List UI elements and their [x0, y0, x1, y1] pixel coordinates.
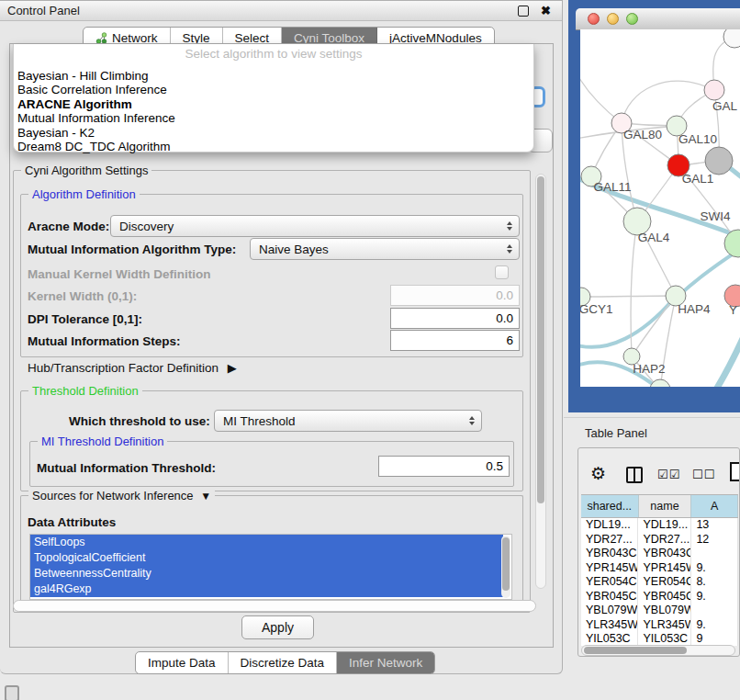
- collapsed-arrow-icon: ▶: [228, 361, 237, 375]
- attribute-item-betweennesscentrality[interactable]: BetweennessCentrality: [30, 566, 503, 581]
- algorithm-option-mutual-information-inference[interactable]: Mutual Information Inference: [17, 111, 530, 125]
- attribute-item-topologicalcoefficient[interactable]: TopologicalCoefficient: [30, 550, 503, 566]
- deselect-all-checkboxes-icon[interactable]: ☐☐: [692, 468, 715, 481]
- algorithm-option-aracne-algorithm[interactable]: ARACNE Algorithm: [17, 97, 530, 111]
- algorithm-option-basic-correlation-inference[interactable]: Basic Correlation Inference: [17, 83, 530, 96]
- mi-threshold-label: Mutual Information Threshold:: [37, 461, 216, 475]
- table-cell: 9.: [691, 590, 738, 604]
- node-label-gal10: GAL10: [678, 132, 717, 146]
- kernel-width-field[interactable]: 0.0: [390, 285, 520, 306]
- mi-type-label: Mutual Information Algorithm Type:: [28, 243, 236, 256]
- mi-type-combobox[interactable]: Naive Bayes: [250, 238, 520, 260]
- table-cell: YBR043C: [581, 547, 638, 561]
- table-cell: YDR27...: [581, 533, 638, 548]
- control-panel-titlebar[interactable]: Control Panel ✖: [0, 1, 562, 21]
- table-cell: YLR345W: [638, 618, 691, 633]
- bottom-tab-infer-network[interactable]: Infer Network: [337, 652, 434, 673]
- table-row[interactable]: YDR27...YDR27...12: [581, 533, 738, 548]
- column-header-a[interactable]: A: [691, 495, 738, 517]
- mi-threshold-field[interactable]: 0.5: [378, 456, 510, 477]
- table-cell: YPR145W: [581, 561, 638, 576]
- attribute-item-selfloops[interactable]: SelfLoops: [30, 535, 503, 550]
- node-label-swi4: SWI4: [700, 209, 730, 223]
- select-all-checkboxes-icon[interactable]: ☑☑: [657, 468, 680, 481]
- attributes-scroll-thumb[interactable]: [502, 537, 510, 591]
- close-icon[interactable]: ✖: [541, 3, 551, 18]
- column-header-name[interactable]: name: [639, 495, 692, 517]
- table-cell: YBL079W: [638, 604, 691, 618]
- table-cell: 9.: [691, 561, 738, 576]
- column-header-shared[interactable]: shared...: [581, 495, 639, 517]
- table-horizontal-scrollbar[interactable]: [581, 645, 735, 656]
- bottom-tab-discretize-data[interactable]: Discretize Data: [229, 652, 338, 673]
- cyni-bottom-tabbar: Impute DataDiscretize DataInfer Network: [135, 651, 435, 674]
- network-node-top-partial[interactable]: [723, 29, 740, 48]
- algorithm-option-bayesian-hill-climbing[interactable]: Bayesian - Hill Climbing: [17, 69, 530, 83]
- table-cell: YER054C: [638, 575, 691, 590]
- table-row[interactable]: YPR145WYPR145W9.: [581, 561, 738, 576]
- dpi-tolerance-value: 0.0: [496, 311, 513, 325]
- minimize-traffic-light-icon[interactable]: [607, 13, 619, 25]
- app-root: Control Panel ✖ NetworkStyleSelectCyni T…: [0, 0, 740, 700]
- node-label-gal-cut: GAL: [712, 99, 738, 113]
- settings-horizontal-scrollbar[interactable]: [13, 600, 536, 612]
- algorithm-option-dream8-dc-tdc-algorithm[interactable]: Dream8 DC_TDC Algorithm: [17, 140, 530, 153]
- table-scroll-thumb[interactable]: [584, 647, 687, 654]
- table-cell: YBR045C: [581, 590, 638, 604]
- network-window-titlebar[interactable]: [576, 8, 740, 30]
- close-traffic-light-icon[interactable]: [588, 13, 600, 25]
- apply-button[interactable]: Apply: [241, 615, 314, 639]
- table-row[interactable]: YER054CYER054C8.: [581, 575, 738, 590]
- network-edge: [622, 81, 714, 123]
- data-attributes-list[interactable]: SelfLoopsTopologicalCoefficientBetweenne…: [29, 534, 512, 600]
- aracne-mode-combobox[interactable]: Discovery: [110, 215, 520, 237]
- settings-vertical-scrollbar[interactable]: [535, 174, 546, 589]
- zoom-traffic-light-icon[interactable]: [626, 13, 638, 25]
- settings-scroll-thumb[interactable]: [537, 176, 544, 503]
- table-panel: ⚙ ☑☑ ☐☐ shared...nameA YDL19...YDL19...1…: [577, 447, 740, 657]
- network-node-gray-node[interactable]: [705, 147, 733, 175]
- document-icon[interactable]: [730, 462, 740, 481]
- columns-icon[interactable]: [626, 467, 643, 483]
- spinner-arrows-icon: [507, 221, 512, 231]
- network-node-gal-cut[interactable]: [704, 80, 724, 100]
- aracne-mode-value: Discovery: [119, 220, 174, 233]
- algorithm-option-bayesian-k2[interactable]: Bayesian - K2: [17, 126, 530, 140]
- manual-kernel-checkbox[interactable]: [495, 265, 509, 279]
- attributes-list-scrollbar[interactable]: [501, 536, 510, 598]
- table-cell: [691, 547, 738, 561]
- which-threshold-combobox[interactable]: MI Threshold: [214, 410, 482, 432]
- table-cell: 13: [691, 518, 738, 533]
- mi-threshold-definition-legend: MI Threshold Definition: [38, 435, 167, 448]
- attribute-item-gal4rgexp[interactable]: gal4RGexp: [30, 581, 503, 597]
- gear-icon[interactable]: ⚙: [590, 463, 606, 484]
- network-edge: [632, 296, 676, 356]
- table-panel-title: Table Panel: [585, 426, 647, 440]
- table-row[interactable]: YBL079WYBL079W: [581, 604, 738, 618]
- float-icon[interactable]: [518, 6, 529, 17]
- table-cell: YPR145W: [638, 561, 691, 576]
- sources-legend[interactable]: Sources for Network Inference ▼: [28, 489, 215, 502]
- table-cell: YBR043C: [638, 547, 691, 561]
- table-row[interactable]: YDL19...YDL19...13: [581, 518, 738, 533]
- table-cell: 9.: [691, 618, 738, 633]
- mi-type-value: Naive Bayes: [259, 243, 329, 256]
- mi-steps-label: Mutual Information Steps:: [28, 334, 181, 348]
- network-edge: [729, 167, 740, 187]
- control-panel-window: Control Panel ✖ NetworkStyleSelectCyni T…: [0, 0, 563, 674]
- kernel-width-value: 0.0: [496, 288, 513, 302]
- table-row[interactable]: YBR045CYBR045C9.: [581, 590, 738, 604]
- dpi-tolerance-field[interactable]: 0.0: [390, 308, 520, 329]
- table-row[interactable]: YIL053CYIL053C9: [581, 632, 738, 646]
- table-row[interactable]: YLR345WYLR345W9.: [581, 618, 738, 633]
- network-node-bottom-partial[interactable]: [650, 379, 670, 387]
- mi-steps-field[interactable]: 6: [390, 330, 520, 351]
- which-threshold-value: MI Threshold: [223, 414, 296, 428]
- hub-tf-definition-toggle[interactable]: Hub/Transcription Factor Definition ▶: [28, 361, 237, 375]
- table-row[interactable]: YBR043CYBR043C: [581, 547, 738, 561]
- bottom-tab-impute-data[interactable]: Impute Data: [136, 652, 229, 673]
- table-cell: 8.: [691, 575, 738, 590]
- control-panel-title: Control Panel: [0, 4, 80, 17]
- network-canvas[interactable]: GALGAL80GAL10GAL1GAL11GAL4SWI4GCY1HAP4YH…: [580, 29, 740, 387]
- minimized-panel-icon[interactable]: [5, 685, 19, 700]
